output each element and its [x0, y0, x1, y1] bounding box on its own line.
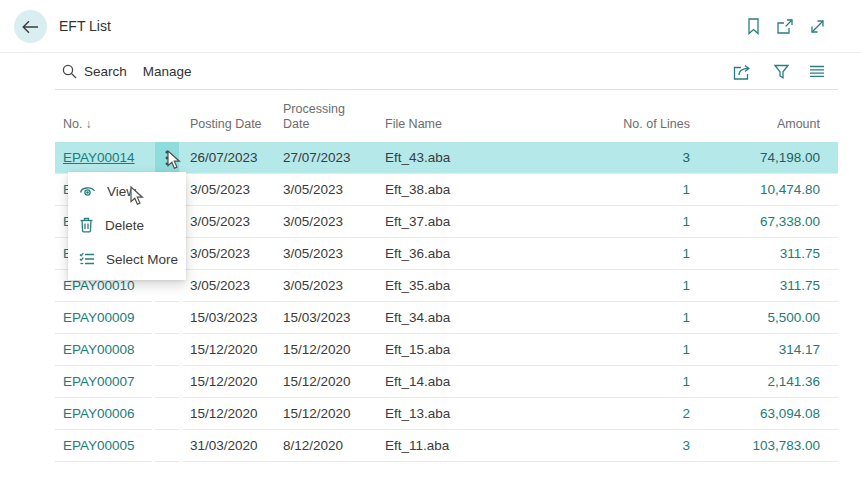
cell-amount[interactable]: 5,500.00 [690, 302, 820, 334]
eft-no-link[interactable]: EPAY00009 [63, 310, 135, 325]
eft-no-link[interactable]: EPAY00005 [63, 438, 135, 453]
cell-processing-date[interactable]: 15/12/2020 [278, 366, 373, 398]
cell-posting-date[interactable]: 3/05/2023 [183, 174, 278, 206]
menu-item-delete[interactable]: Delete [68, 208, 186, 242]
cell-processing-date[interactable]: 3/05/2023 [278, 270, 373, 302]
row-ellipsis-button[interactable] [155, 302, 179, 334]
cell-posting-date[interactable]: 3/05/2023 [183, 270, 278, 302]
menu-item-select-more[interactable]: Select More [68, 242, 186, 276]
row-padding [820, 270, 838, 302]
cell-no-of-lines[interactable]: 2 [483, 398, 690, 430]
row-ellipsis-button[interactable] [155, 142, 179, 174]
cell-file-name[interactable]: Eft_14.aba [373, 366, 483, 398]
page-title: EFT List [59, 0, 111, 53]
cell-processing-date[interactable]: 3/05/2023 [278, 174, 373, 206]
row-ellipsis-button[interactable] [155, 334, 179, 366]
menu-item-view[interactable]: View [68, 174, 186, 208]
cell-processing-date[interactable]: 15/12/2020 [278, 334, 373, 366]
cell-posting-date[interactable]: 15/12/2020 [183, 366, 278, 398]
column-header-no-of-lines[interactable]: No. of Lines [483, 117, 690, 141]
bookmark-icon[interactable] [745, 16, 762, 37]
cell-amount[interactable]: 2,141.36 [690, 366, 820, 398]
share-icon[interactable] [731, 62, 756, 82]
row-padding [820, 366, 838, 398]
eft-no-link[interactable]: EPAY00014 [63, 150, 135, 165]
cell-processing-date[interactable]: 3/05/2023 [278, 206, 373, 238]
cell-no-of-lines[interactable]: 1 [483, 366, 690, 398]
cell-processing-date[interactable]: 27/07/2023 [278, 142, 373, 174]
table-row[interactable]: EPAY00014 26/07/2023 27/07/2023 Eft_43.a… [55, 142, 838, 174]
cell-amount[interactable]: 63,094.08 [690, 398, 820, 430]
cell-no-of-lines[interactable]: 1 [483, 334, 690, 366]
row-context-menu: View Delete Select More [68, 172, 186, 280]
cell-amount[interactable]: 103,783.00 [690, 430, 820, 462]
toolbar-left: Search Manage [55, 64, 192, 79]
cell-file-name[interactable]: Eft_36.aba [373, 238, 483, 270]
column-header-processing-date[interactable]: Processing Date [278, 102, 373, 141]
column-header-no[interactable]: No.↓ [55, 117, 152, 141]
toolbar-right [731, 62, 838, 82]
cell-amount[interactable]: 311.75 [690, 238, 820, 270]
cell-processing-date[interactable]: 8/12/2020 [278, 430, 373, 462]
search-button[interactable]: Search [62, 64, 127, 79]
cell-file-name[interactable]: Eft_37.aba [373, 206, 483, 238]
column-header-file-name[interactable]: File Name [373, 117, 483, 141]
back-button[interactable] [14, 10, 47, 43]
row-ellipsis-button[interactable] [155, 366, 179, 398]
cell-no-of-lines[interactable]: 3 [483, 142, 690, 174]
table-row[interactable]: EPAY00008 15/12/2020 15/12/2020 Eft_15.a… [55, 334, 838, 366]
cell-posting-date[interactable]: 15/03/2023 [183, 302, 278, 334]
cell-file-name[interactable]: Eft_35.aba [373, 270, 483, 302]
table-row[interactable]: EPAY00006 15/12/2020 15/12/2020 Eft_13.a… [55, 398, 838, 430]
manage-button[interactable]: Manage [143, 64, 192, 79]
cell-no-of-lines[interactable]: 3 [483, 430, 690, 462]
row-padding [820, 398, 838, 430]
manage-label: Manage [143, 64, 192, 79]
table-row[interactable]: EPAY00007 15/12/2020 15/12/2020 Eft_14.a… [55, 366, 838, 398]
topbar-icons [745, 0, 827, 53]
cell-posting-date[interactable]: 3/05/2023 [183, 238, 278, 270]
table-row[interactable]: EPAY00005 31/03/2020 8/12/2020 Eft_11.ab… [55, 430, 838, 462]
row-padding [820, 430, 838, 462]
column-header-amount[interactable]: Amount [690, 117, 820, 141]
cell-file-name[interactable]: Eft_15.aba [373, 334, 483, 366]
sort-desc-icon: ↓ [85, 117, 91, 131]
list-toolbar: Search Manage [55, 54, 838, 90]
cell-no-of-lines[interactable]: 1 [483, 302, 690, 334]
show-list-icon[interactable] [807, 63, 827, 80]
cell-amount[interactable]: 10,474.80 [690, 174, 820, 206]
cell-processing-date[interactable]: 15/12/2020 [278, 398, 373, 430]
cell-amount[interactable]: 311.75 [690, 270, 820, 302]
cell-amount[interactable]: 74,198.00 [690, 142, 820, 174]
table-row[interactable]: EPAY00009 15/03/2023 15/03/2023 Eft_34.a… [55, 302, 838, 334]
cell-file-name[interactable]: Eft_38.aba [373, 174, 483, 206]
cell-file-name[interactable]: Eft_13.aba [373, 398, 483, 430]
cell-posting-date[interactable]: 3/05/2023 [183, 206, 278, 238]
cell-posting-date[interactable]: 31/03/2020 [183, 430, 278, 462]
eft-no-link[interactable]: EPAY00006 [63, 406, 135, 421]
cell-no-of-lines[interactable]: 1 [483, 270, 690, 302]
row-ellipsis-button[interactable] [155, 430, 179, 462]
cell-file-name[interactable]: Eft_34.aba [373, 302, 483, 334]
cell-processing-date[interactable]: 3/05/2023 [278, 238, 373, 270]
open-in-new-window-icon[interactable] [775, 17, 795, 36]
eft-no-link[interactable]: EPAY00010 [63, 278, 135, 293]
cell-amount[interactable]: 67,338.00 [690, 206, 820, 238]
eft-no-link[interactable]: EPAY00008 [63, 342, 135, 357]
row-ellipsis-button[interactable] [155, 398, 179, 430]
cell-no-of-lines[interactable]: 1 [483, 206, 690, 238]
cell-posting-date[interactable]: 15/12/2020 [183, 334, 278, 366]
cell-amount[interactable]: 314.17 [690, 334, 820, 366]
cell-no-of-lines[interactable]: 1 [483, 174, 690, 206]
cell-processing-date[interactable]: 15/03/2023 [278, 302, 373, 334]
row-padding [820, 142, 838, 174]
cell-no-of-lines[interactable]: 1 [483, 238, 690, 270]
cell-file-name[interactable]: Eft_43.aba [373, 142, 483, 174]
cell-file-name[interactable]: Eft_11.aba [373, 430, 483, 462]
cell-posting-date[interactable]: 26/07/2023 [183, 142, 278, 174]
filter-icon[interactable] [772, 62, 791, 81]
cell-posting-date[interactable]: 15/12/2020 [183, 398, 278, 430]
column-header-posting-date[interactable]: Posting Date [183, 117, 278, 141]
eft-no-link[interactable]: EPAY00007 [63, 374, 135, 389]
expand-icon[interactable] [808, 17, 827, 36]
